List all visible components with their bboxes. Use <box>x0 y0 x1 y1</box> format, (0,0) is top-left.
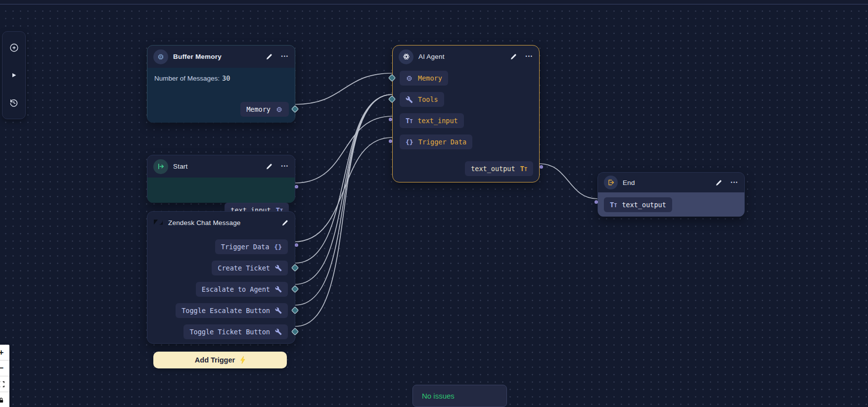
history-icon <box>9 98 19 108</box>
connector-circle[interactable] <box>594 200 598 204</box>
node-header: Buffer Memory ••• <box>147 45 295 68</box>
node-buffer-memory[interactable]: Buffer Memory ••• Number of Messages:30 … <box>147 45 295 123</box>
connector-circle[interactable] <box>389 139 392 143</box>
edit-icon[interactable] <box>715 179 723 186</box>
node-ai-agent[interactable]: AI Agent ••• Memory Tools <box>392 45 540 182</box>
connector-circle[interactable] <box>295 185 298 188</box>
edit-icon[interactable] <box>510 53 517 60</box>
plus-circle-icon <box>9 43 19 53</box>
edge-buffer-memory-to-agent <box>295 73 392 104</box>
edge-zendesk-trigger-data-to-agent <box>294 137 392 242</box>
braces-icon: {} <box>274 244 282 250</box>
zoom-controls: + − <box>0 345 9 407</box>
port-escalate-to-agent[interactable]: Escalate to Agent <box>196 282 288 297</box>
edge-zendesk-create-ticket-to-agent-tools <box>295 94 392 263</box>
exit-icon <box>607 179 615 186</box>
node-end[interactable]: End ••• TT text_output <box>597 172 745 217</box>
more-options-icon[interactable]: ••• <box>281 54 289 59</box>
edit-icon[interactable] <box>266 163 273 170</box>
edge-start-to-agent-text-input <box>295 116 392 183</box>
top-bar <box>0 0 868 4</box>
port-text-input[interactable]: TT text_input <box>400 113 464 128</box>
node-badge <box>153 159 168 174</box>
connector-circle[interactable] <box>389 118 392 121</box>
edit-icon[interactable] <box>266 53 273 60</box>
wrench-icon <box>275 307 282 314</box>
lightning-bolt-icon <box>239 356 245 364</box>
wrench-icon <box>275 286 282 293</box>
edit-icon[interactable] <box>281 219 289 226</box>
edge-agent-text-output-to-end <box>540 164 597 199</box>
edge-zendesk-escalate-to-agent-tools <box>295 94 392 284</box>
port-tools-input[interactable]: Tools <box>400 92 444 107</box>
node-header: Zendesk Chat Message <box>147 212 295 233</box>
port-text-output-input[interactable]: TT text_output <box>604 197 672 212</box>
node-body: Number of Messages:30 Memory <box>147 68 295 123</box>
port-toggle-ticket-button[interactable]: Toggle Ticket Button <box>183 324 288 339</box>
node-zendesk-chat-message[interactable]: Zendesk Chat Message Trigger Data {} Cre… <box>147 211 295 344</box>
run-flow-button[interactable] <box>8 69 20 81</box>
node-header: AI Agent ••• <box>393 45 539 68</box>
node-body: text_input TT <box>147 178 295 203</box>
node-title: AI Agent <box>418 53 505 60</box>
text-type-icon: TT <box>520 165 527 172</box>
text-type-icon: TT <box>406 117 412 124</box>
port-trigger-data[interactable]: Trigger Data {} <box>215 239 288 254</box>
play-icon <box>9 71 18 80</box>
wrench-icon <box>275 265 282 271</box>
node-body: TT text_output <box>598 192 744 217</box>
port-memory-output[interactable]: Memory <box>240 102 289 117</box>
node-badge <box>604 176 618 189</box>
chip-icon <box>275 106 283 113</box>
port-text-output[interactable]: text_output TT <box>465 161 533 176</box>
fit-view-icon <box>0 381 5 388</box>
zoom-in-button[interactable]: + <box>0 345 9 361</box>
field-value: 30 <box>222 74 230 82</box>
node-title: Zendesk Chat Message <box>168 219 276 226</box>
node-badge <box>153 49 168 64</box>
lock-button[interactable] <box>0 392 9 407</box>
add-trigger-button[interactable]: Add Trigger <box>153 352 287 368</box>
node-header: Start ••• <box>147 155 295 178</box>
port-toggle-escalate-button[interactable]: Toggle Escalate Button <box>176 303 288 318</box>
flow-canvas[interactable]: Buffer Memory ••• Number of Messages:30 … <box>0 4 868 407</box>
node-title: Start <box>173 163 261 170</box>
canvas-toolbar <box>2 31 26 119</box>
wrench-icon <box>406 96 413 103</box>
zendesk-logo-icon <box>153 219 163 227</box>
chip-icon <box>157 53 165 61</box>
status-label: No issues <box>422 392 455 400</box>
node-body: Memory Tools TT text_input {} Trigger Da… <box>393 68 539 150</box>
field-label: Number of Messages: <box>154 75 220 82</box>
port-trigger-data-input[interactable]: {} Trigger Data <box>400 135 472 149</box>
node-title: End <box>623 179 710 186</box>
more-options-icon[interactable]: ••• <box>281 164 289 169</box>
connector-circle[interactable] <box>540 165 543 169</box>
node-badge <box>399 49 413 64</box>
wrench-icon <box>275 328 282 335</box>
node-body: Trigger Data {} Create Ticket Escalate t… <box>147 233 295 339</box>
more-options-icon[interactable]: ••• <box>731 181 738 185</box>
add-node-button[interactable] <box>8 42 20 53</box>
braces-icon: {} <box>406 139 413 145</box>
zoom-out-button[interactable]: − <box>0 361 9 376</box>
node-title: Buffer Memory <box>173 53 261 60</box>
port-create-ticket[interactable]: Create Ticket <box>212 261 288 275</box>
history-button[interactable] <box>8 97 20 109</box>
more-options-icon[interactable]: ••• <box>526 54 533 59</box>
edge-zendesk-toggle-escalate-to-agent-tools <box>295 94 392 305</box>
status-badge: No issues <box>412 385 507 407</box>
fit-view-button[interactable] <box>0 376 9 392</box>
edge-zendesk-toggle-ticket-to-agent-tools <box>295 94 392 326</box>
node-header: End ••• <box>598 173 744 192</box>
connector-circle[interactable] <box>295 243 298 247</box>
text-type-icon: TT <box>610 201 617 208</box>
start-arrow-icon <box>157 162 165 171</box>
lock-icon <box>0 397 4 404</box>
port-memory-input[interactable]: Memory <box>400 71 448 86</box>
node-start[interactable]: Start ••• text_input TT <box>147 155 295 203</box>
openai-icon <box>402 52 411 61</box>
chip-icon <box>406 75 413 82</box>
